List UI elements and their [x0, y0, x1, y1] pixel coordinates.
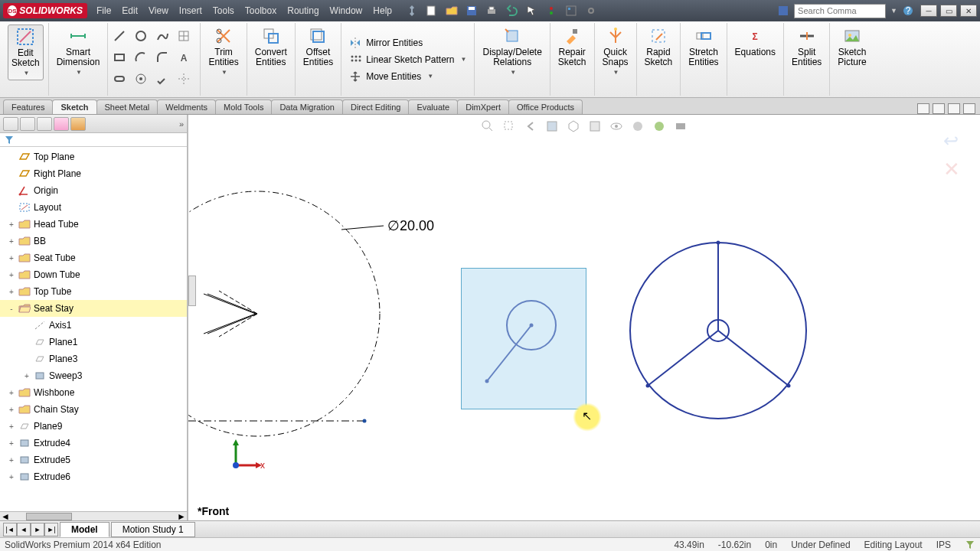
expand-icon[interactable]: +	[8, 271, 15, 279]
undo-icon[interactable]	[505, 5, 518, 17]
open-icon[interactable]	[446, 5, 458, 17]
tree-node-chain-stay[interactable]: +Chain Stay	[0, 401, 187, 418]
tab-last-icon[interactable]: ►|	[44, 523, 58, 536]
menu-view[interactable]: View	[149, 5, 168, 16]
search-input[interactable]	[794, 4, 886, 18]
tab-first-icon[interactable]: |◄	[3, 523, 17, 536]
stretch-entities-button[interactable]: Stretch Entities	[685, 24, 721, 69]
expand-icon[interactable]: +	[8, 456, 15, 465]
feature-tree[interactable]: Top PlaneRight PlaneOriginLayout+Head Tu…	[0, 147, 187, 511]
linear-pattern-button[interactable]: Linear Sketch Pattern▼	[346, 51, 469, 68]
line-tool-icon[interactable]	[113, 29, 126, 43]
options-icon[interactable]	[565, 5, 577, 17]
polygon-tool-icon[interactable]	[155, 72, 169, 86]
tree-node-seat-tube[interactable]: +Seat Tube	[0, 249, 187, 266]
expand-icon[interactable]: +	[8, 389, 15, 397]
menu-insert[interactable]: Insert	[179, 5, 202, 16]
slot-tool-icon[interactable]	[113, 72, 126, 86]
tab-dimxpert[interactable]: DimXpert	[457, 99, 509, 114]
expand-icon[interactable]: +	[8, 254, 15, 262]
save-icon[interactable]	[466, 5, 478, 17]
tree-node-sweep3[interactable]: +Sweep3	[0, 367, 187, 384]
spline-tool-icon[interactable]	[155, 29, 169, 43]
expand-icon[interactable]: +	[8, 220, 15, 229]
confirm-cancel-icon[interactable]: ✕	[943, 158, 965, 179]
menu-file[interactable]: File	[96, 5, 111, 16]
fillet-tool-icon[interactable]	[155, 51, 169, 64]
tab-model[interactable]: Model	[60, 522, 109, 537]
expand-icon[interactable]: +	[8, 422, 15, 431]
tree-node-right-plane[interactable]: Right Plane	[0, 165, 187, 182]
viewport-split-icon[interactable]	[933, 103, 945, 114]
tree-node-origin[interactable]: Origin	[0, 182, 187, 199]
menu-toolbox[interactable]: Toolbox	[245, 5, 276, 16]
new-icon[interactable]	[426, 5, 438, 17]
expand-icon[interactable]: +	[8, 473, 15, 481]
print-icon[interactable]	[485, 5, 498, 17]
tab-next-icon[interactable]: ►	[31, 523, 44, 536]
graphics-canvas[interactable]: ∅20.00 ↖ x ↩ ✕ *Front	[188, 115, 980, 520]
rectangle-tool-icon[interactable]	[113, 51, 126, 64]
status-filter-icon[interactable]	[965, 540, 975, 550]
arc-tool-icon[interactable]	[134, 51, 148, 64]
tab-data-migration[interactable]: Data Migration	[271, 99, 343, 114]
tree-node-head-tube[interactable]: +Head Tube	[0, 216, 187, 233]
tab-weldments[interactable]: Weldments	[157, 99, 216, 114]
status-units[interactable]: IPS	[936, 540, 951, 550]
tab-mold-tools[interactable]: Mold Tools	[215, 99, 272, 114]
tree-node-extrude5[interactable]: +Extrude5	[0, 452, 187, 468]
display-relations-button[interactable]: Display/Delete Relations ▼	[479, 24, 544, 79]
rebuild-icon[interactable]	[545, 5, 557, 17]
expand-icon[interactable]: +	[8, 406, 15, 414]
tree-node-plane3[interactable]: Plane3	[0, 350, 187, 367]
tree-scrollbar[interactable]: ◄►	[0, 511, 187, 520]
maximize-button[interactable]: ▭	[940, 5, 957, 17]
rapid-sketch-button[interactable]: Rapid Sketch	[642, 24, 676, 69]
tree-node-wishbone[interactable]: +Wishbone	[0, 384, 187, 401]
expand-icon[interactable]: -	[8, 305, 15, 313]
menu-routing[interactable]: Routing	[287, 5, 318, 16]
offset-entities-button[interactable]: Offset Entities	[300, 24, 336, 69]
convert-entities-button[interactable]: Convert Entities	[252, 24, 290, 69]
tree-node-plane1[interactable]: Plane1	[0, 334, 187, 350]
split-entities-button[interactable]: Split Entities	[789, 24, 825, 69]
tab-direct-editing[interactable]: Direct Editing	[342, 99, 409, 114]
mirror-entities-button[interactable]: Mirror Entities	[346, 34, 426, 51]
tree-node-top-plane[interactable]: Top Plane	[0, 148, 187, 165]
menu-window[interactable]: Window	[330, 5, 363, 16]
tab-prev-icon[interactable]: ◄	[17, 523, 31, 536]
doc-maximize-icon[interactable]	[963, 103, 975, 114]
display-manager-tab-icon[interactable]	[70, 117, 86, 131]
configuration-manager-tab-icon[interactable]	[37, 117, 52, 131]
minimize-button[interactable]: ─	[920, 5, 937, 17]
tab-motion-study[interactable]: Motion Study 1	[111, 522, 195, 537]
menu-tools[interactable]: Tools	[213, 5, 234, 16]
equations-button[interactable]: Σ Equations	[732, 24, 779, 59]
move-entities-button[interactable]: Move Entities▼	[346, 68, 436, 85]
repair-sketch-button[interactable]: Repair Sketch	[555, 24, 590, 69]
text-tool-icon[interactable]: A	[177, 51, 191, 64]
expand-icon[interactable]: +	[23, 372, 31, 380]
menu-help[interactable]: Help	[373, 5, 392, 16]
tab-sketch[interactable]: Sketch	[52, 99, 96, 114]
doc-minimize-icon[interactable]	[948, 103, 960, 114]
viewport-single-icon[interactable]	[917, 103, 929, 114]
tree-node-plane9[interactable]: +Plane9	[0, 418, 187, 435]
circle-tool-icon[interactable]	[134, 29, 148, 43]
tree-node-extrude4[interactable]: +Extrude4	[0, 435, 187, 452]
sketch-picture-button[interactable]: Sketch Picture	[835, 24, 869, 69]
filter-bar[interactable]	[0, 133, 187, 147]
tab-sheet-metal[interactable]: Sheet Metal	[96, 99, 158, 114]
tree-node-layout[interactable]: Layout	[0, 199, 187, 216]
settings-icon[interactable]	[585, 5, 597, 17]
dimxpert-manager-tab-icon[interactable]	[54, 117, 69, 131]
property-manager-tab-icon[interactable]	[20, 117, 35, 131]
feature-manager-tab-icon[interactable]	[3, 117, 18, 131]
tree-node-down-tube[interactable]: +Down Tube	[0, 266, 187, 283]
search-dropdown-icon[interactable]: ▼	[890, 7, 897, 15]
search-target-icon[interactable]	[777, 5, 789, 17]
centerline-tool-icon[interactable]	[177, 72, 191, 86]
tree-node-top-tube[interactable]: +Top Tube	[0, 283, 187, 300]
point-tool-icon[interactable]	[134, 72, 148, 86]
expand-icon[interactable]: +	[8, 439, 15, 448]
